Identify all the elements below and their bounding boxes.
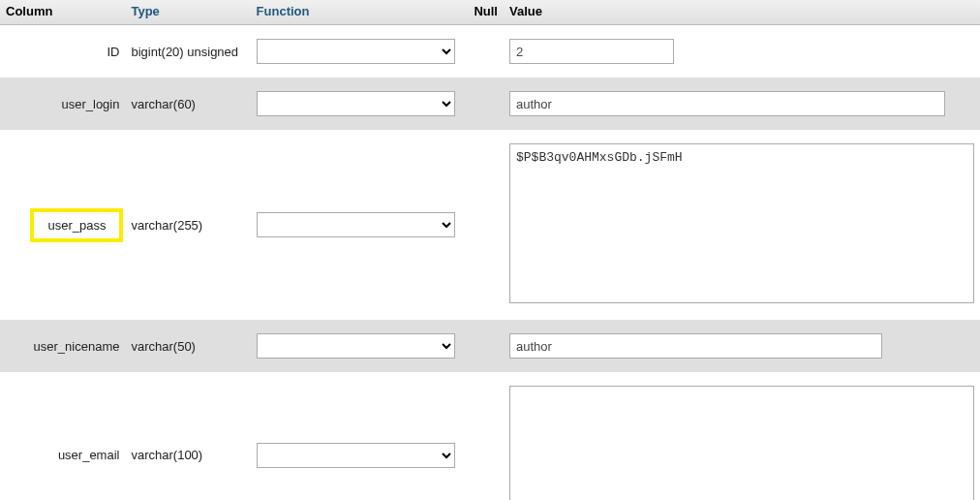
value-textarea[interactable]: $P$B3qv0AHMxsGDb.jSFmH (509, 143, 974, 303)
value-input[interactable] (509, 333, 882, 359)
value-textarea[interactable] (509, 386, 974, 500)
column-type: bigint(20) unsigned (125, 25, 250, 78)
null-cell (468, 320, 504, 372)
value-input[interactable] (509, 91, 945, 116)
column-name: user_pass (0, 130, 125, 320)
header-value: Value (504, 0, 980, 25)
function-select[interactable] (257, 39, 455, 64)
table-row: user_nicename varchar(50) (0, 320, 980, 372)
null-cell (468, 130, 504, 320)
column-name: user_email (0, 372, 125, 500)
table-row: ID bigint(20) unsigned (0, 25, 980, 78)
header-function: Function (251, 0, 469, 25)
null-cell (468, 25, 504, 78)
value-input[interactable] (509, 39, 674, 64)
table-row: user_login varchar(60) (0, 78, 980, 130)
column-name: user_login (0, 78, 125, 130)
table-header-row: Column Type Function Null Value (0, 0, 980, 25)
column-name: user_nicename (0, 320, 125, 372)
column-type: varchar(255) (125, 130, 250, 320)
header-type: Type (125, 0, 250, 25)
column-type: varchar(60) (125, 78, 250, 130)
column-type: varchar(100) (125, 372, 250, 500)
column-name: ID (0, 25, 125, 78)
table-row: user_pass varchar(255) $P$B3qv0AHMxsGDb.… (0, 130, 980, 320)
field-editor-table: Column Type Function Null Value ID bigin… (0, 0, 980, 500)
function-select[interactable] (257, 212, 455, 237)
function-select[interactable] (257, 333, 455, 359)
column-name-text: user_pass (47, 218, 106, 233)
null-cell (468, 78, 504, 130)
table-row: user_email varchar(100) (0, 372, 980, 500)
function-select[interactable] (257, 443, 455, 468)
header-null: Null (468, 0, 504, 25)
header-column: Column (0, 0, 125, 25)
null-cell (468, 372, 504, 500)
column-type: varchar(50) (125, 320, 250, 372)
function-select[interactable] (257, 91, 455, 116)
highlight-box: user_pass (30, 208, 123, 242)
